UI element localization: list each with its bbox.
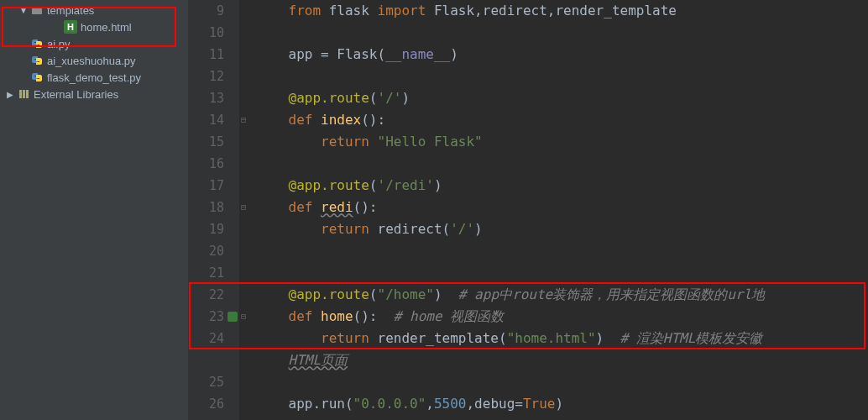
code-token bbox=[256, 90, 289, 106]
line-number: 20 bbox=[189, 240, 224, 262]
line-number: 15 bbox=[189, 131, 224, 153]
code-token: redi bbox=[321, 199, 353, 215]
code-token: , bbox=[547, 3, 556, 18]
code-token: # home 视图函数 bbox=[394, 308, 504, 324]
code-token bbox=[256, 199, 289, 215]
code-token: ) bbox=[596, 330, 620, 346]
code-token: # app中route装饰器，用来指定视图函数的url地 bbox=[458, 286, 765, 302]
code-token: , bbox=[426, 396, 434, 412]
line-number: 13 bbox=[189, 87, 224, 109]
tree-item-home-html[interactable]: Hhome.html bbox=[0, 18, 188, 35]
code-token: ) bbox=[450, 46, 458, 62]
tree-item-label: ai_xueshuohua.py bbox=[47, 55, 136, 67]
tree-item-label: External Libraries bbox=[34, 88, 118, 101]
code-line[interactable] bbox=[239, 371, 868, 393]
library-icon bbox=[17, 87, 30, 101]
python-file-icon bbox=[30, 54, 44, 67]
code-token: , bbox=[474, 3, 483, 18]
tree-item-label: home.html bbox=[81, 21, 132, 34]
code-token: = bbox=[515, 396, 523, 412]
code-token: True bbox=[523, 396, 556, 412]
code-line[interactable]: app.run("0.0.0.0",5500,debug=True) bbox=[239, 393, 868, 415]
code-token bbox=[256, 308, 289, 324]
code-token: ) bbox=[434, 177, 442, 193]
code-token bbox=[256, 177, 289, 193]
code-token: import bbox=[378, 3, 434, 18]
code-token bbox=[256, 330, 321, 346]
code-line[interactable]: def redi():⊟ bbox=[239, 197, 868, 218]
code-token: ) bbox=[474, 221, 483, 237]
code-token: Flask bbox=[434, 3, 474, 18]
tree-item-ai-xueshuohua-py[interactable]: ai_xueshuohua.py bbox=[0, 52, 188, 69]
tree-item-external-libraries[interactable]: ▶External Libraries bbox=[0, 86, 188, 102]
code-line[interactable] bbox=[239, 153, 868, 175]
tree-item-label: ai.py bbox=[47, 38, 70, 50]
code-token: index bbox=[321, 112, 361, 128]
python-file-icon bbox=[30, 71, 44, 84]
line-number: 16 bbox=[189, 153, 224, 175]
code-token: "home.html" bbox=[507, 330, 596, 346]
code-token: ( bbox=[369, 90, 378, 106]
code-line[interactable]: @app.route('/redi') bbox=[239, 175, 868, 197]
html-file-icon: H bbox=[64, 20, 77, 34]
tree-item-label: templates bbox=[47, 4, 94, 17]
code-area[interactable]: from flask import Flask,redirect,render_… bbox=[239, 0, 868, 420]
code-line[interactable]: def index():⊟ bbox=[239, 109, 868, 131]
code-line[interactable]: @app.route("/home") # app中route装饰器，用来指定视… bbox=[239, 284, 868, 306]
code-token: HTML页面 bbox=[289, 352, 348, 368]
line-number: 11 bbox=[189, 44, 224, 66]
tree-item-ai-py[interactable]: ai.py bbox=[0, 35, 188, 52]
code-line[interactable]: def home(): # home 视图函数⊟ bbox=[239, 306, 868, 328]
code-editor[interactable]: 91011121314151617181920212223242526 from… bbox=[189, 0, 868, 420]
code-token: app = Flask( bbox=[289, 46, 386, 62]
code-line[interactable]: @app.route('/') bbox=[239, 87, 868, 109]
svg-rect-1 bbox=[23, 90, 25, 98]
code-token: @app.route bbox=[289, 90, 369, 106]
code-token: redirect( bbox=[378, 221, 451, 237]
code-token: '/' bbox=[378, 90, 402, 106]
code-line[interactable]: from flask import Flask,redirect,render_… bbox=[239, 0, 868, 22]
code-token: '/' bbox=[450, 221, 474, 237]
code-token: redirect bbox=[483, 3, 547, 18]
code-token: "0.0.0.0" bbox=[353, 396, 426, 412]
code-token: def bbox=[289, 112, 322, 128]
code-token: from bbox=[289, 3, 329, 18]
code-token: ) bbox=[434, 286, 458, 302]
code-line[interactable] bbox=[239, 66, 868, 87]
code-token: return bbox=[321, 330, 377, 346]
code-line[interactable] bbox=[239, 22, 868, 44]
code-token: return bbox=[321, 221, 377, 237]
code-line[interactable]: return redirect('/') bbox=[239, 218, 868, 240]
code-line[interactable] bbox=[239, 262, 868, 284]
line-number: 12 bbox=[189, 66, 224, 87]
fold-icon[interactable]: ⊟ bbox=[241, 197, 246, 218]
line-number: 26 bbox=[189, 393, 224, 415]
line-number: 21 bbox=[189, 262, 224, 284]
line-number bbox=[189, 349, 224, 371]
tree-item-label: flask_demo_test.py bbox=[47, 71, 141, 84]
code-line[interactable]: return render_template("home.html") # 渲染… bbox=[239, 328, 868, 349]
svg-rect-0 bbox=[19, 90, 22, 98]
code-line[interactable]: return "Hello Flask" bbox=[239, 131, 868, 153]
code-token: # 渲染HTML模板发安徽 bbox=[620, 330, 763, 346]
code-line[interactable]: HTML页面 bbox=[239, 349, 868, 371]
code-token: def bbox=[289, 308, 322, 324]
code-token bbox=[256, 134, 321, 150]
code-token: ( bbox=[369, 286, 378, 302]
tree-item-templates[interactable]: ▼templates bbox=[0, 2, 188, 18]
line-number: 9 bbox=[189, 0, 224, 22]
code-line[interactable] bbox=[239, 240, 868, 262]
line-number: 19 bbox=[189, 218, 224, 240]
fold-icon[interactable]: ⊟ bbox=[241, 109, 246, 131]
line-number: 14 bbox=[189, 109, 224, 131]
fold-icon[interactable]: ⊟ bbox=[241, 306, 246, 328]
code-token: debug bbox=[474, 396, 515, 412]
code-line[interactable]: app = Flask(__name__) bbox=[239, 44, 868, 66]
line-number: 10 bbox=[189, 22, 224, 44]
tree-item-flask-demo-test-py[interactable]: flask_demo_test.py bbox=[0, 69, 188, 86]
code-token bbox=[256, 352, 289, 368]
code-token: '/redi' bbox=[378, 177, 434, 193]
expander-icon[interactable]: ▶ bbox=[3, 90, 17, 99]
expander-icon[interactable]: ▼ bbox=[17, 6, 30, 15]
line-number: 18 bbox=[189, 197, 224, 218]
